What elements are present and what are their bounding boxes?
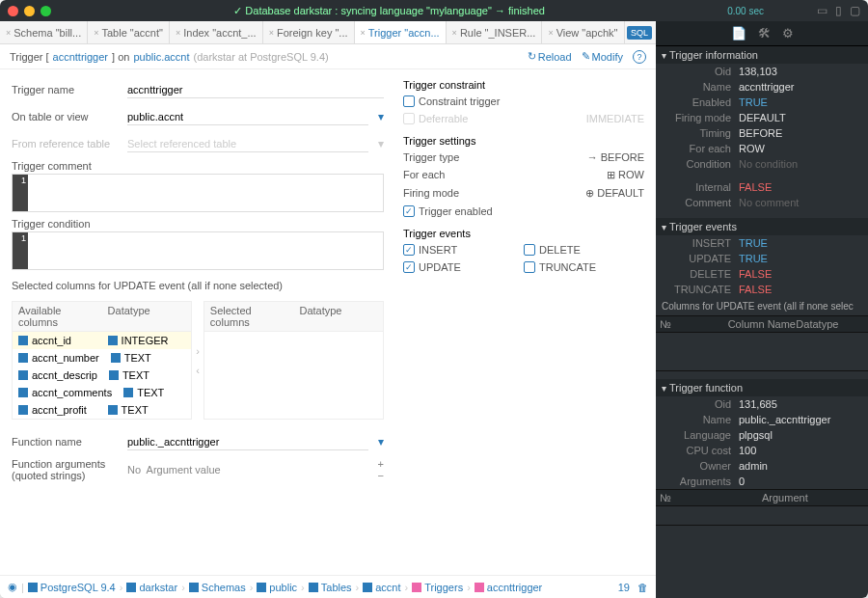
sidebar-tabs: 📄 🛠 ⚙ (656, 21, 868, 46)
trash-icon[interactable]: 🗑 (637, 582, 648, 593)
events-title: Trigger events (403, 228, 644, 239)
dropdown-icon[interactable]: ▾ (378, 110, 384, 123)
sql-badge[interactable]: SQL (627, 26, 652, 40)
move-right-icon[interactable]: › (196, 345, 200, 357)
breadcrumb-count: 19 (618, 582, 630, 593)
panel-icon[interactable]: ▭ (817, 4, 827, 17)
split-icon[interactable]: ▯ (835, 4, 842, 17)
crumb[interactable]: darkstar (126, 582, 177, 593)
close-icon[interactable]: × (94, 28, 98, 38)
crumb[interactable]: accnttrigger (475, 582, 542, 593)
function-name-input[interactable] (127, 434, 368, 450)
selected-columns-table: Selected columnsDatatype (203, 301, 384, 420)
events-section[interactable]: ▾ Trigger events (656, 218, 868, 235)
cols-section-title: Columns for UPDATE event (all if none se… (656, 297, 868, 315)
condition-label: Trigger condition (12, 218, 384, 230)
type-icon (111, 353, 121, 363)
modify-button[interactable]: ✎ Modify (582, 50, 623, 63)
subheader: Trigger [ accnttrigger ] on public.accnt… (0, 44, 656, 69)
condition-textarea[interactable]: 1 (12, 231, 384, 270)
info-section[interactable]: ▾ Trigger information (656, 46, 868, 64)
truncate-checkbox[interactable] (524, 261, 535, 273)
close-icon[interactable]: × (452, 28, 457, 38)
trigger-link[interactable]: accnttrigger (53, 51, 108, 63)
comment-textarea[interactable]: 1 (12, 174, 384, 212)
dropdown-icon[interactable]: ▾ (378, 435, 384, 448)
crumb[interactable]: Tables (309, 582, 352, 593)
selected-cols-title: Selected columns for UPDATE event (all i… (12, 280, 384, 291)
close-icon[interactable]: × (548, 28, 553, 38)
trigger-type-select[interactable]: → BEFORE (587, 151, 644, 163)
reload-button[interactable]: ↻ Reload (528, 50, 572, 63)
tools-icon[interactable]: 🛠 (758, 26, 771, 41)
delete-checkbox[interactable] (524, 244, 535, 256)
layout-icon[interactable]: ▢ (850, 4, 860, 17)
help-icon[interactable]: ? (633, 50, 646, 64)
titlebar: ✓ Database darkstar : syncing language "… (0, 0, 868, 21)
enabled-checkbox[interactable]: ✓ (403, 205, 415, 217)
crumb[interactable]: PostgreSQL 9.4 (28, 582, 116, 593)
main-panel: ×Schema "bill... ×Table "accnt" ×Index "… (0, 21, 656, 598)
table-row[interactable]: accnt_numberTEXT (13, 349, 191, 367)
type-icon (109, 370, 119, 380)
remove-arg-button[interactable]: − (378, 470, 384, 481)
schema-icon (189, 583, 199, 592)
tab-trigger[interactable]: ×Trigger "accn... (355, 21, 447, 43)
tab-schema[interactable]: ×Schema "bill... (0, 21, 88, 43)
breadcrumbs: ◉ | PostgreSQL 9.4› darkstar› Schemas› p… (0, 575, 656, 598)
traffic-lights (8, 6, 51, 16)
close-icon[interactable]: × (6, 28, 11, 38)
tab-view[interactable]: ×View "apchk" (542, 21, 624, 43)
close-icon[interactable]: × (269, 28, 274, 38)
crumb[interactable]: Schemas (189, 582, 246, 593)
maximize-button[interactable] (41, 6, 51, 16)
minimize-button[interactable] (24, 6, 35, 16)
type-icon (108, 405, 118, 415)
column-icon (18, 336, 28, 345)
from-ref-input[interactable] (127, 136, 368, 152)
on-table-input[interactable] (127, 109, 368, 125)
column-icon (18, 370, 28, 380)
gear-icon[interactable]: ⚙ (782, 26, 794, 41)
triggers-icon (412, 583, 421, 592)
crumb[interactable]: Triggers (412, 582, 463, 593)
type-icon (108, 336, 118, 345)
available-columns-table: Available columnsDatatype accnt_idINTEGE… (12, 301, 192, 420)
firing-select[interactable]: ⊕ DEFAULT (585, 187, 644, 200)
titlebar-icons: ▭ ▯ ▢ (764, 4, 860, 17)
table-row[interactable]: accnt_profitTEXT (13, 401, 191, 419)
table-row[interactable]: accnt_idINTEGER (13, 332, 191, 349)
deferrable-checkbox (403, 113, 415, 124)
foreach-select[interactable]: ⊞ ROW (607, 169, 644, 181)
constraint-checkbox[interactable] (403, 95, 415, 107)
tab-table[interactable]: ×Table "accnt" (88, 21, 170, 43)
close-icon[interactable]: × (176, 28, 180, 38)
crumb[interactable]: public (257, 582, 297, 593)
table-icon (363, 583, 372, 592)
update-checkbox[interactable]: ✓ (403, 261, 415, 273)
table-row[interactable]: accnt_descripTEXT (13, 367, 191, 384)
nav-icon[interactable]: ◉ (8, 581, 17, 593)
func-section[interactable]: ▾ Trigger function (656, 379, 868, 396)
crumb[interactable]: accnt (363, 582, 400, 593)
column-icon (18, 388, 28, 397)
table-row[interactable]: accnt_commentsTEXT (13, 384, 191, 401)
file-icon[interactable]: 📄 (731, 26, 746, 41)
table-link[interactable]: public.accnt (133, 51, 189, 63)
cols-table-header: №Column NameDatatype (656, 315, 868, 333)
constraint-title: Trigger constraint (403, 79, 644, 91)
tab-fk[interactable]: ×Foreign key "... (263, 21, 355, 43)
move-left-icon[interactable]: ‹ (196, 365, 200, 376)
dropdown-icon[interactable]: ▾ (378, 137, 384, 150)
close-button[interactable] (8, 6, 18, 16)
insert-checkbox[interactable]: ✓ (403, 244, 415, 256)
trigger-name-input[interactable] (127, 82, 384, 98)
tab-rule[interactable]: ×Rule "_INSER... (447, 21, 543, 43)
cols-empty (656, 333, 868, 371)
add-arg-button[interactable]: + (378, 458, 384, 470)
column-icon (18, 353, 28, 363)
close-icon[interactable]: × (361, 28, 366, 38)
settings-title: Trigger settings (403, 135, 644, 147)
tab-index[interactable]: ×Index "accnt_... (170, 21, 263, 43)
comment-label: Trigger comment (12, 160, 384, 172)
